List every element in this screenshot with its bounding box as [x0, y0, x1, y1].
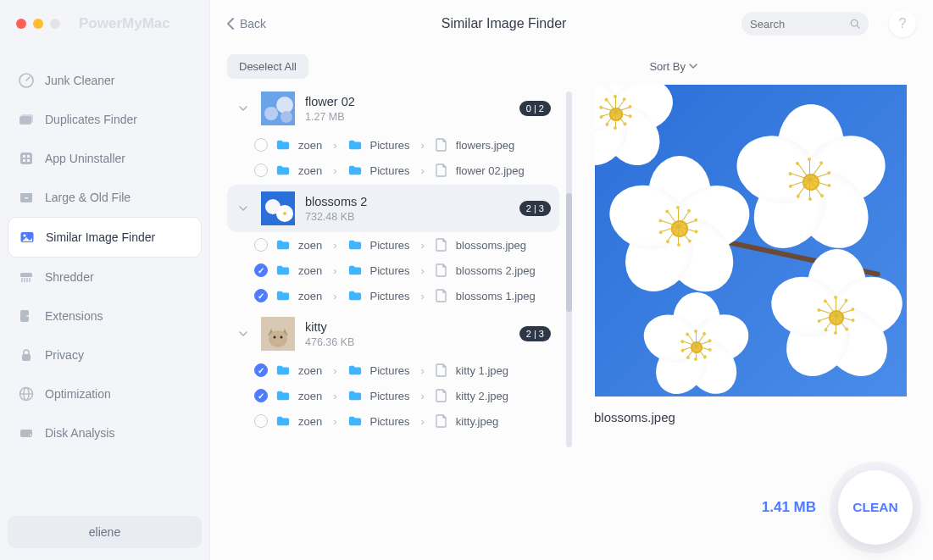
chevron-down-icon[interactable]	[236, 201, 251, 216]
globe-icon	[18, 385, 35, 402]
path-separator-icon: ›	[333, 264, 336, 277]
sidebar-item-junk-cleaner[interactable]: Junk Cleaner	[8, 61, 202, 100]
sidebar-item-label: Large & Old File	[45, 191, 131, 204]
help-button[interactable]: ?	[889, 10, 916, 37]
sidebar-item-label: Disk Analysis	[45, 426, 114, 440]
path-separator-icon: ›	[421, 264, 425, 277]
sidebar-item-disk-analysis[interactable]: Disk Analysis	[8, 413, 202, 452]
sidebar-item-app-uninstaller[interactable]: App Uninstaller	[8, 139, 202, 178]
file-name: blossoms.jpeg	[456, 239, 526, 252]
clean-button[interactable]: CLEAN	[838, 470, 913, 545]
path-separator-icon: ›	[421, 290, 425, 302]
minimize-window-button[interactable]	[33, 19, 43, 29]
file-checkbox[interactable]	[254, 414, 268, 428]
sidebar-item-shredder[interactable]: Shredder	[8, 258, 202, 297]
chevron-down-icon[interactable]	[236, 101, 251, 116]
sidebar-item-optimization[interactable]: Optimization	[8, 374, 202, 413]
path-segment: zoen	[298, 290, 322, 302]
file-row[interactable]: zoen›Pictures›kitty.jpeg	[227, 408, 559, 434]
search-box[interactable]	[741, 12, 869, 36]
file-checkbox[interactable]	[254, 263, 268, 277]
group-name: flower 02	[305, 95, 509, 108]
svg-point-38	[280, 336, 283, 339]
sidebar-item-privacy[interactable]: Privacy	[8, 335, 202, 374]
file-row[interactable]: zoen›Pictures›blossoms 2.jpeg	[227, 258, 559, 283]
folder-stack-icon	[18, 111, 35, 128]
path-separator-icon: ›	[421, 164, 425, 177]
gauge-icon	[18, 72, 35, 89]
sort-by-dropdown[interactable]: Sort By	[649, 60, 697, 73]
sidebar-item-duplicates-finder[interactable]: Duplicates Finder	[8, 100, 202, 139]
file-row[interactable]: zoen›Pictures›flower 02.jpeg	[227, 158, 559, 183]
file-row[interactable]: zoen›Pictures›blossoms 1.jpeg	[227, 283, 559, 308]
svg-rect-9	[20, 193, 32, 196]
selection-count-badge: 2 | 3	[519, 326, 551, 341]
group-header[interactable]: kitty476.36 KB 2 | 3	[227, 310, 559, 358]
svg-point-29	[276, 97, 293, 114]
path-segment: zoen	[298, 415, 322, 428]
file-checkbox[interactable]	[254, 289, 268, 302]
scrollbar-thumb[interactable]	[566, 193, 572, 312]
path-segment: zoen	[298, 364, 322, 377]
sidebar-item-extensions[interactable]: Extensions	[8, 297, 202, 335]
disk-icon	[18, 424, 35, 441]
back-button[interactable]: Back	[227, 17, 266, 30]
image-icon	[19, 229, 36, 246]
arrow-out-icon	[18, 308, 35, 324]
user-account-button[interactable]: eliene	[8, 516, 202, 548]
sidebar-item-label: Extensions	[45, 309, 103, 323]
path-separator-icon: ›	[421, 239, 425, 252]
svg-rect-10	[25, 197, 28, 199]
sidebar-item-similar-image-finder[interactable]: Similar Image Finder	[8, 217, 202, 258]
file-row[interactable]: zoen›Pictures›blossoms.jpeg	[227, 232, 559, 258]
file-checkbox[interactable]	[254, 363, 268, 377]
path-segment: Pictures	[370, 390, 410, 402]
selection-count-badge: 0 | 2	[519, 101, 551, 116]
group-size: 1.27 MB	[305, 111, 509, 123]
file-checkbox[interactable]	[254, 164, 268, 177]
path-segment: zoen	[298, 164, 322, 177]
svg-line-26	[857, 25, 859, 28]
group-header[interactable]: flower 021.27 MB 0 | 2	[227, 85, 559, 132]
lock-icon	[18, 347, 35, 363]
selection-count-badge: 2 | 3	[519, 201, 551, 216]
group-header[interactable]: blossoms 2732.48 KB 2 | 3	[227, 185, 559, 232]
search-input[interactable]	[750, 18, 843, 30]
app-brand: PowerMyMac	[79, 15, 170, 32]
sidebar-item-label: Duplicates Finder	[45, 113, 137, 126]
sidebar: PowerMyMac Junk CleanerDuplicates Finder…	[0, 0, 210, 560]
file-row[interactable]: zoen›Pictures›kitty 1.jpeg	[227, 358, 559, 383]
deselect-all-button[interactable]: Deselect All	[227, 54, 308, 79]
group-thumbnail	[261, 91, 295, 125]
file-checkbox[interactable]	[254, 389, 268, 402]
path-separator-icon: ›	[333, 164, 336, 177]
close-window-button[interactable]	[16, 19, 26, 29]
svg-rect-13	[20, 273, 32, 277]
path-segment: Pictures	[370, 164, 410, 177]
path-separator-icon: ›	[333, 390, 336, 402]
preview-image	[595, 85, 907, 396]
svg-point-37	[274, 336, 276, 339]
zoom-window-button[interactable]	[50, 19, 60, 29]
sidebar-item-large-old-file[interactable]: Large & Old File	[8, 178, 202, 217]
file-name: flower 02.jpeg	[456, 164, 525, 177]
results-list[interactable]: flower 021.27 MB 0 | 2zoen›Pictures›flow…	[227, 85, 566, 560]
file-row[interactable]: zoen›Pictures›flowers.jpeg	[227, 132, 559, 158]
file-name: kitty.jpeg	[456, 415, 498, 428]
file-checkbox[interactable]	[254, 138, 268, 152]
group-size: 732.48 KB	[305, 211, 509, 223]
path-segment: zoen	[298, 264, 322, 277]
path-segment: Pictures	[370, 139, 410, 152]
sidebar-item-label: Similar Image Finder	[46, 230, 155, 244]
path-segment: zoen	[298, 239, 322, 252]
group-name: blossoms 2	[305, 195, 509, 208]
sidebar-nav: Junk CleanerDuplicates FinderApp Uninsta…	[8, 61, 202, 516]
file-checkbox[interactable]	[254, 238, 268, 252]
list-scrollbar[interactable]	[566, 91, 572, 447]
file-row[interactable]: zoen›Pictures›kitty 2.jpeg	[227, 383, 559, 408]
grid-icon	[18, 150, 35, 167]
chevron-down-icon[interactable]	[236, 326, 251, 341]
sidebar-item-label: Optimization	[45, 387, 111, 401]
path-segment: Pictures	[370, 364, 410, 377]
path-separator-icon: ›	[333, 239, 336, 252]
